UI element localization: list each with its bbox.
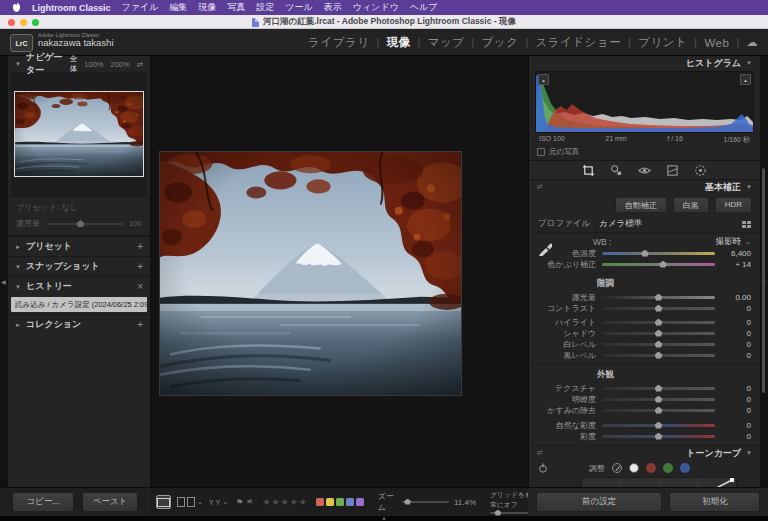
blacks-slider-thumb[interactable] bbox=[655, 352, 663, 359]
highlight-clipping-indicator[interactable]: ▴ bbox=[740, 74, 751, 85]
right-panel-gutter[interactable]: ► bbox=[760, 56, 768, 487]
panel-switch-icon[interactable]: ⇄ bbox=[537, 449, 543, 457]
previous-button[interactable]: 前の設定 bbox=[536, 492, 662, 512]
soft-proof-checkbox[interactable] bbox=[537, 148, 545, 156]
loupe-view-button[interactable] bbox=[156, 495, 171, 509]
add-snapshot-icon[interactable]: + bbox=[137, 261, 143, 272]
clarity-slider-thumb[interactable] bbox=[655, 396, 663, 403]
add-preset-icon[interactable]: + bbox=[137, 241, 143, 252]
chevron-down-icon[interactable]: ▼ bbox=[746, 60, 752, 66]
menu-photo[interactable]: 写真 bbox=[227, 1, 245, 14]
show-filmstrip-icon[interactable]: ▲ bbox=[381, 516, 387, 521]
saturation-slider-thumb[interactable] bbox=[655, 433, 663, 440]
chevron-down-icon[interactable]: ⌄ bbox=[222, 498, 228, 506]
zoom-fit-option[interactable]: 全体 bbox=[70, 54, 78, 74]
paste-button[interactable]: ペースト bbox=[82, 492, 138, 512]
menu-edit[interactable]: 編集 bbox=[169, 1, 187, 14]
add-collection-icon[interactable]: + bbox=[137, 319, 143, 330]
curve-channel-green[interactable] bbox=[663, 463, 673, 473]
clear-history-icon[interactable]: × bbox=[137, 281, 143, 292]
wb-eyedropper-icon[interactable] bbox=[538, 238, 552, 256]
curve-edit-icon[interactable] bbox=[612, 463, 622, 473]
highlights-slider-thumb[interactable] bbox=[655, 319, 663, 326]
zoom-100-option[interactable]: 100% bbox=[84, 60, 103, 69]
temp-slider[interactable] bbox=[602, 252, 715, 255]
dehaze-slider[interactable] bbox=[602, 409, 715, 412]
module-web[interactable]: Web bbox=[704, 37, 729, 49]
star-1-icon[interactable]: ★ bbox=[262, 497, 270, 507]
menu-view[interactable]: 表示 bbox=[324, 1, 342, 14]
chevron-down-icon[interactable]: ▼ bbox=[15, 284, 21, 290]
chevron-right-icon[interactable]: ► bbox=[15, 244, 21, 250]
pick-flag-icon[interactable]: ⚑ bbox=[236, 498, 243, 507]
section-history[interactable]: ▼ ヒストリー × bbox=[8, 276, 150, 296]
histogram[interactable]: ▴ ▴ bbox=[535, 71, 754, 133]
clarity-value[interactable]: 0 bbox=[721, 395, 751, 404]
reject-flag-icon[interactable]: ⚑ bbox=[246, 498, 253, 507]
main-photo[interactable] bbox=[160, 152, 461, 395]
star-4-icon[interactable]: ★ bbox=[290, 497, 298, 507]
module-book[interactable]: ブック bbox=[482, 35, 519, 50]
shadows-slider[interactable] bbox=[602, 332, 715, 335]
highlights-slider[interactable] bbox=[602, 321, 715, 324]
zoom-swap-icon[interactable]: ⇄ bbox=[137, 60, 143, 69]
menu-help[interactable]: ヘルプ bbox=[410, 1, 438, 14]
profile-value[interactable]: カメラ標準 bbox=[599, 218, 642, 230]
exposure-slider[interactable] bbox=[602, 296, 715, 299]
chevron-down-icon[interactable]: ▼ bbox=[15, 61, 21, 67]
whites-value[interactable]: 0 bbox=[721, 340, 751, 349]
dehaze-value[interactable]: 0 bbox=[721, 406, 751, 415]
menubar-app-name[interactable]: Lightroom Classic bbox=[32, 3, 111, 13]
module-print[interactable]: プリント bbox=[638, 35, 687, 50]
contrast-slider[interactable] bbox=[602, 307, 715, 310]
mask-tool-icon[interactable] bbox=[694, 164, 707, 177]
vibrance-slider[interactable] bbox=[602, 424, 715, 427]
before-after-lr-button[interactable]: ⌄ bbox=[177, 497, 203, 507]
color-label-yellow[interactable] bbox=[326, 498, 334, 506]
saturation-value[interactable]: 0 bbox=[721, 432, 751, 441]
reset-button[interactable]: 初期化 bbox=[669, 492, 760, 512]
right-panel-scrollbar[interactable] bbox=[762, 168, 765, 393]
tint-value[interactable]: + 14 bbox=[721, 260, 751, 269]
contrast-slider-thumb[interactable] bbox=[655, 305, 663, 312]
profile-browser-icon[interactable] bbox=[742, 221, 751, 228]
module-develop[interactable]: 現像 bbox=[387, 35, 411, 50]
star-3-icon[interactable]: ★ bbox=[281, 497, 289, 507]
curve-channel-blue[interactable] bbox=[680, 463, 690, 473]
tint-slider-thumb[interactable] bbox=[659, 261, 667, 268]
color-label-green[interactable] bbox=[336, 498, 344, 506]
preset-amount-slider[interactable] bbox=[46, 223, 123, 225]
chevron-down-icon[interactable]: ⌄ bbox=[197, 498, 203, 506]
shadows-value[interactable]: 0 bbox=[721, 329, 751, 338]
shadows-slider-thumb[interactable] bbox=[655, 330, 663, 337]
history-item-selected[interactable]: 読み込み / カメラ設定 (2024/06/25 2:09:00) bbox=[11, 297, 147, 312]
left-panel-gutter[interactable]: ◀ bbox=[0, 56, 8, 487]
color-label-blue[interactable] bbox=[346, 498, 354, 506]
texture-slider[interactable] bbox=[602, 387, 715, 390]
shadow-clipping-indicator[interactable]: ▴ bbox=[538, 74, 549, 85]
star-2-icon[interactable]: ★ bbox=[272, 497, 280, 507]
chevron-down-icon[interactable]: ▼ bbox=[746, 184, 752, 190]
color-label-red[interactable] bbox=[316, 498, 324, 506]
heal-tool-icon[interactable] bbox=[610, 164, 623, 177]
gradient-tool-icon[interactable] bbox=[666, 164, 679, 177]
curve-channel-red[interactable] bbox=[646, 463, 656, 473]
module-library[interactable]: ライブラリ bbox=[308, 35, 369, 50]
texture-value[interactable]: 0 bbox=[721, 384, 751, 393]
tone-curve-plot[interactable] bbox=[581, 477, 737, 487]
whites-slider-thumb[interactable] bbox=[655, 341, 663, 348]
photo-image[interactable] bbox=[160, 152, 461, 395]
vibrance-slider-thumb[interactable] bbox=[655, 422, 663, 429]
develop-canvas[interactable] bbox=[151, 56, 528, 487]
histogram-header[interactable]: ヒストグラム ▼ bbox=[529, 56, 760, 70]
blacks-slider[interactable] bbox=[602, 354, 715, 357]
hdr-button[interactable]: HDR bbox=[715, 197, 752, 213]
menu-file[interactable]: ファイル bbox=[122, 1, 159, 14]
section-collections[interactable]: ► コレクション + bbox=[8, 314, 150, 334]
star-5-icon[interactable]: ★ bbox=[299, 497, 307, 507]
exposure-value[interactable]: 0.00 bbox=[721, 293, 751, 302]
vibrance-value[interactable]: 0 bbox=[721, 421, 751, 430]
panel-switch-icon[interactable]: ⇄ bbox=[537, 183, 543, 191]
chevron-down-icon[interactable]: ▼ bbox=[746, 450, 752, 456]
bw-button[interactable]: 白黒 bbox=[673, 197, 709, 213]
